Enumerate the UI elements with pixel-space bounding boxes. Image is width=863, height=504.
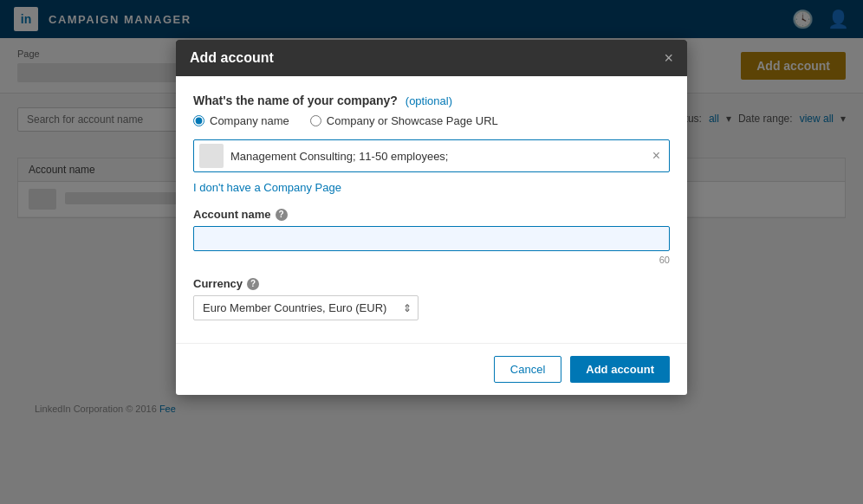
account-name-char-count: 60 [193, 255, 670, 265]
currency-select-wrapper: Euro Member Countries, Euro (EUR) United… [193, 295, 419, 320]
company-question-label: What's the name of your company? (option… [193, 94, 670, 107]
modal-footer: Cancel Add account [176, 343, 687, 395]
modal-overlay: Add account × What's the name of your co… [0, 0, 863, 504]
company-selected-text: Management Consulting; 11-50 employees; [230, 150, 649, 163]
company-question-row: What's the name of your company? (option… [193, 94, 670, 127]
add-account-submit-button[interactable]: Add account [570, 356, 670, 383]
account-name-field-group: Account name ? 60 [193, 208, 670, 265]
currency-field-group: Currency ? Euro Member Countries, Euro (… [193, 277, 670, 329]
radio-company-name-input[interactable] [193, 115, 204, 126]
radio-company-name[interactable]: Company name [193, 114, 289, 127]
add-account-modal: Add account × What's the name of your co… [176, 40, 687, 395]
account-name-input[interactable] [193, 226, 670, 251]
cancel-button[interactable]: Cancel [494, 356, 561, 383]
company-clear-icon[interactable]: × [649, 148, 664, 164]
radio-company-url[interactable]: Company or Showcase Page URL [310, 114, 498, 127]
currency-field-label: Currency ? [193, 277, 670, 290]
radio-company-url-label: Company or Showcase Page URL [327, 114, 498, 127]
modal-body: What's the name of your company? (option… [176, 76, 687, 343]
company-search-field[interactable]: Management Consulting; 11-50 employees; … [193, 139, 670, 172]
radio-group: Company name Company or Showcase Page UR… [193, 114, 670, 127]
currency-help-icon[interactable]: ? [247, 278, 259, 290]
optional-label: (optional) [406, 94, 452, 107]
account-name-help-icon[interactable]: ? [276, 209, 288, 221]
dont-have-company-page-link[interactable]: I don't have a Company Page [193, 181, 670, 194]
company-logo-thumbnail [199, 144, 224, 168]
radio-company-url-input[interactable] [310, 115, 321, 126]
currency-select[interactable]: Euro Member Countries, Euro (EUR) United… [193, 295, 419, 320]
modal-title: Add account [190, 50, 274, 66]
radio-company-name-label: Company name [210, 114, 289, 127]
account-name-field-label: Account name ? [193, 208, 670, 221]
modal-header: Add account × [176, 40, 687, 76]
modal-close-button[interactable]: × [664, 50, 673, 66]
